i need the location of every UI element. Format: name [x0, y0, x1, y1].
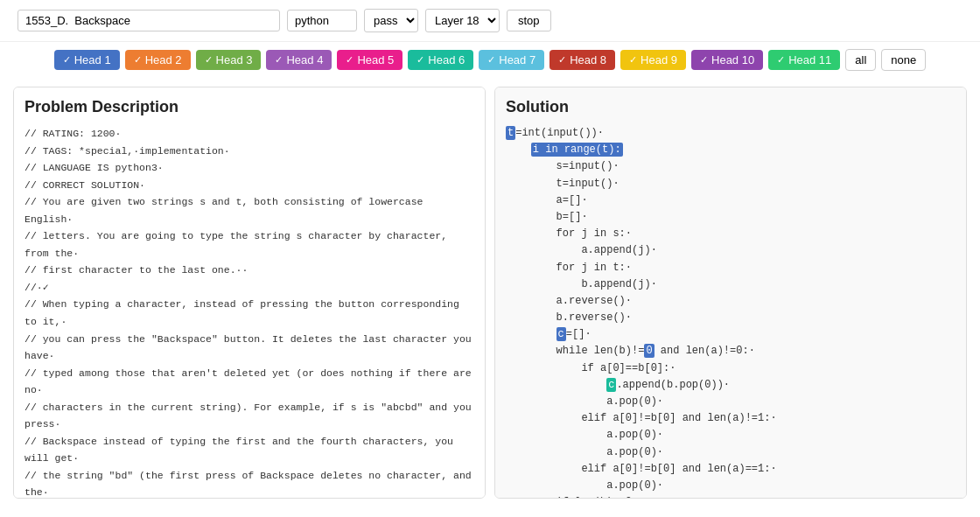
- problem-text: // RATING: 1200· // TAGS: *special,·impl…: [24, 125, 474, 499]
- head-check-4: ✓: [275, 54, 283, 66]
- title-input[interactable]: [18, 10, 280, 31]
- layer-select[interactable]: Layer 18 Layer 1 Layer 2: [425, 9, 500, 32]
- head-chip-6[interactable]: ✓Head 6: [408, 50, 473, 70]
- code-highlight-5: c: [606, 378, 616, 392]
- stop-button[interactable]: stop: [507, 10, 551, 31]
- problem-title: Problem Description: [24, 98, 474, 116]
- head-label-4: Head 4: [286, 53, 323, 66]
- all-button[interactable]: all: [845, 49, 876, 71]
- head-chip-10[interactable]: ✓Head 10: [691, 50, 763, 70]
- head-label-3: Head 3: [216, 53, 253, 66]
- head-check-5: ✓: [346, 54, 354, 66]
- head-chip-4[interactable]: ✓Head 4: [266, 50, 332, 70]
- problem-panel: Problem Description // RATING: 1200· // …: [13, 87, 486, 499]
- heads-bar: ✓Head 1✓Head 2✓Head 3✓Head 4✓Head 5✓Head…: [0, 42, 980, 78]
- top-bar: pass fail Layer 18 Layer 1 Layer 2 stop: [0, 0, 980, 42]
- head-chip-9[interactable]: ✓Head 9: [620, 50, 686, 70]
- head-chip-11[interactable]: ✓Head 11: [768, 50, 840, 70]
- head-chip-3[interactable]: ✓Head 3: [196, 50, 262, 70]
- head-chip-2[interactable]: ✓Head 2: [125, 50, 191, 70]
- head-chip-5[interactable]: ✓Head 5: [337, 50, 402, 70]
- head-label-7: Head 7: [499, 53, 536, 66]
- head-chip-8[interactable]: ✓Head 8: [550, 50, 615, 70]
- code-highlight-3: c: [556, 327, 566, 341]
- lang-input[interactable]: [287, 10, 357, 31]
- head-check-9: ✓: [629, 54, 637, 66]
- solution-title: Solution: [506, 98, 956, 116]
- solution-panel: Solution t=int(input())· i in range(t): …: [494, 87, 967, 499]
- head-label-11: Head 11: [788, 53, 831, 66]
- solution-code: t=int(input())· i in range(t): s=input()…: [506, 125, 956, 499]
- head-check-8: ✓: [558, 54, 566, 66]
- head-check-2: ✓: [134, 54, 142, 66]
- head-check-11: ✓: [777, 54, 785, 66]
- head-label-8: Head 8: [570, 53, 606, 66]
- code-highlight-4: 0: [644, 344, 654, 358]
- head-label-5: Head 5: [357, 53, 394, 66]
- head-check-10: ✓: [700, 54, 708, 66]
- head-check-1: ✓: [63, 54, 71, 66]
- head-chip-1[interactable]: ✓Head 1: [54, 50, 120, 70]
- head-label-9: Head 9: [640, 53, 677, 66]
- main-content: Problem Description // RATING: 1200· // …: [0, 78, 980, 507]
- head-label-2: Head 2: [145, 53, 182, 66]
- head-check-6: ✓: [416, 54, 424, 66]
- head-label-10: Head 10: [711, 53, 754, 66]
- head-label-1: Head 1: [74, 53, 111, 66]
- head-check-7: ✓: [487, 54, 495, 66]
- head-chip-7[interactable]: ✓Head 7: [479, 50, 544, 70]
- head-label-6: Head 6: [428, 53, 465, 66]
- code-highlight-1: t: [506, 126, 515, 140]
- none-button[interactable]: none: [881, 49, 926, 71]
- head-check-3: ✓: [205, 54, 213, 66]
- pass-select[interactable]: pass fail: [364, 9, 418, 32]
- code-highlight-2: i in range(t):: [531, 143, 623, 157]
